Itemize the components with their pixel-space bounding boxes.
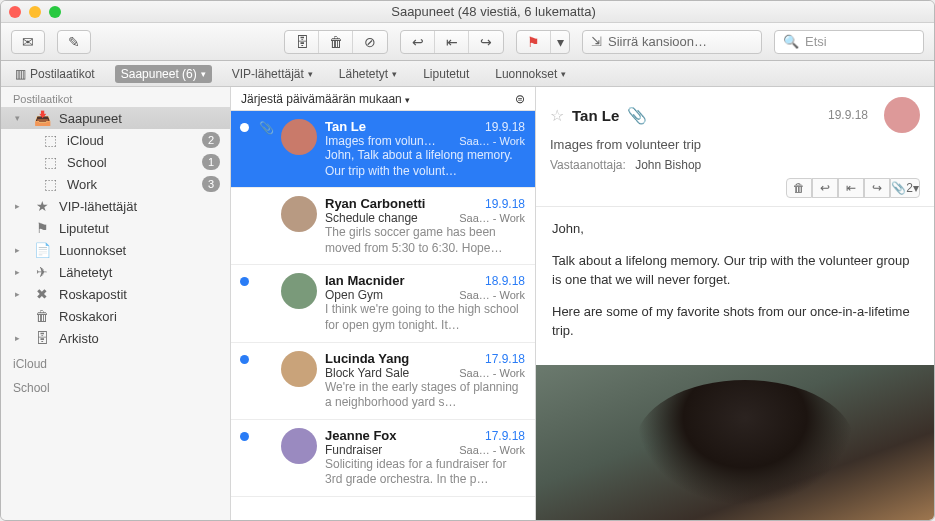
attachment-icon: 📎: [627, 106, 647, 125]
message-subject: Block Yard Sale: [325, 366, 409, 380]
body-paragraph: Here are some of my favorite shots from …: [552, 302, 918, 341]
reader-forward-button[interactable]: ↪: [864, 178, 890, 198]
message-list: Järjestä päivämäärän mukaan ▾ ⊜ 📎Tan Le1…: [231, 87, 536, 521]
fav-flagged[interactable]: Liputetut: [417, 65, 475, 83]
flag-group[interactable]: ⚑ ▾: [516, 30, 570, 54]
sidebar-item-flagged[interactable]: ⚑ Liputetut: [1, 217, 230, 239]
search-input[interactable]: 🔍 Etsi: [774, 30, 924, 54]
sidebar-item-drafts[interactable]: ▸ 📄 Luonnokset: [1, 239, 230, 261]
sort-bar[interactable]: Järjestä päivämäärän mukaan ▾ ⊜: [231, 87, 535, 111]
reader-reply-button[interactable]: ↩: [812, 178, 838, 198]
sidebar-account-school[interactable]: School: [1, 373, 230, 397]
chevron-down-icon: ▾: [308, 69, 313, 79]
reply-all-button[interactable]: ⇤: [435, 31, 469, 53]
minimize-window-button[interactable]: [29, 6, 41, 18]
attachment-icon: [259, 351, 273, 411]
move-to-button[interactable]: ⇲ Siirrä kansioon…: [582, 30, 762, 54]
sidebar-item-school[interactable]: ⬚ School 1: [1, 151, 230, 173]
avatar: [281, 196, 317, 232]
zoom-window-button[interactable]: [49, 6, 61, 18]
forward-button[interactable]: ↪: [469, 31, 503, 53]
archive-button[interactable]: 🗄: [285, 31, 319, 53]
vip-star-icon[interactable]: ☆: [550, 106, 564, 125]
favorites-bar: ▥ Postilaatikot Saapuneet (6) ▾ VIP-lähe…: [1, 61, 934, 87]
junk-icon: ✖: [33, 286, 51, 302]
titlebar: Saapuneet (48 viestiä, 6 lukematta): [1, 1, 934, 23]
unread-badge: 1: [202, 154, 220, 170]
tray-icon: ⬚: [41, 132, 59, 148]
sidebar-item-trash[interactable]: 🗑 Roskakori: [1, 305, 230, 327]
sidebar-item-icloud[interactable]: ⬚ iCloud 2: [1, 129, 230, 151]
disclosure-triangle-icon[interactable]: ▸: [15, 245, 25, 255]
fav-drafts[interactable]: Luonnokset▾: [489, 65, 572, 83]
sidebar-item-label: VIP-lähettäjät: [59, 199, 137, 214]
flag-icon: ⚑: [517, 31, 551, 53]
disclosure-triangle-icon[interactable]: ▾: [15, 113, 25, 123]
delete-button[interactable]: 🗑: [319, 31, 353, 53]
reply-button[interactable]: ↩: [401, 31, 435, 53]
close-window-button[interactable]: [9, 6, 21, 18]
message-mailbox: Saa… - Work: [459, 289, 525, 301]
disclosure-triangle-icon[interactable]: ▸: [15, 267, 25, 277]
unread-indicator: [237, 351, 251, 411]
unread-indicator: [237, 273, 251, 333]
tray-icon: ⬚: [41, 154, 59, 170]
fav-inbox[interactable]: Saapuneet (6) ▾: [115, 65, 212, 83]
reader-date: 19.9.18: [828, 108, 868, 122]
disclosure-triangle-icon[interactable]: ▸: [15, 289, 25, 299]
message-date: 17.9.18: [485, 352, 525, 366]
main: Postilaatikot ▾ 📥 Saapuneet ⬚ iCloud 2 ⬚…: [1, 87, 934, 521]
search-icon: 🔍: [783, 34, 799, 49]
message-date: 19.9.18: [485, 197, 525, 211]
sidebar-item-sent[interactable]: ▸ ✈ Lähetetyt: [1, 261, 230, 283]
flag-menu-chevron[interactable]: ▾: [551, 31, 569, 53]
message-date: 18.9.18: [485, 274, 525, 288]
reader-attachment-image[interactable]: [536, 365, 934, 522]
mailboxes-label: Postilaatikot: [30, 67, 95, 81]
mailboxes-toggle[interactable]: ▥ Postilaatikot: [9, 65, 101, 83]
reader-attachments-button[interactable]: 📎 2 ▾: [890, 178, 920, 198]
message-row[interactable]: Lucinda Yang17.9.18Block Yard SaleSaa… -…: [231, 343, 535, 420]
disclosure-triangle-icon[interactable]: ▸: [15, 201, 25, 211]
fav-sent[interactable]: Lähetetyt▾: [333, 65, 403, 83]
message-mailbox: Saa… - Work: [459, 367, 525, 379]
junk-button[interactable]: ⊘: [353, 31, 387, 53]
attachment-icon: [259, 196, 273, 256]
toolbar: ✉︎ ✎ 🗄 🗑 ⊘ ↩ ⇤ ↪ ⚑ ▾ ⇲ Siirrä kansioon… …: [1, 23, 934, 61]
reader-sender: Tan Le: [572, 107, 619, 124]
disclosure-triangle-icon[interactable]: ▸: [15, 333, 25, 343]
sort-label: Järjestä päivämäärän mukaan: [241, 92, 402, 106]
avatar: [281, 273, 317, 309]
chevron-down-icon: ▾: [405, 95, 410, 105]
inbox-icon: 📥: [33, 110, 51, 126]
reader-body: John, Talk about a lifelong memory. Our …: [536, 207, 934, 365]
sidebar-item-label: Work: [67, 177, 97, 192]
reader-reply-all-button[interactable]: ⇤: [838, 178, 864, 198]
reader-recipient: Vastaanottaja: John Bishop: [550, 158, 920, 172]
sidebar-item-junk[interactable]: ▸ ✖ Roskapostit: [1, 283, 230, 305]
recipient-label: Vastaanottaja:: [550, 158, 626, 172]
message-mailbox: Saa… - Work: [459, 135, 525, 147]
message-row[interactable]: 📎Tan Le19.9.18Images from volun…Saa… - W…: [231, 111, 535, 188]
reader-delete-button[interactable]: 🗑: [786, 178, 812, 198]
sidebar-item-label: Arkisto: [59, 331, 99, 346]
message-mailbox: Saa… - Work: [459, 212, 525, 224]
attachment-icon: 📎: [259, 119, 273, 179]
sidebar-item-vip[interactable]: ▸ ★ VIP-lähettäjät: [1, 195, 230, 217]
compose-button[interactable]: ✎: [57, 30, 91, 54]
sidebar-item-label: Saapuneet: [59, 111, 122, 126]
message-row[interactable]: Jeanne Fox17.9.18FundraiserSaa… - WorkSo…: [231, 420, 535, 497]
message-preview: I think we're going to the high school f…: [325, 302, 525, 333]
fav-vip[interactable]: VIP-lähettäjät▾: [226, 65, 319, 83]
filter-icon[interactable]: ⊜: [515, 92, 525, 106]
sidebar-account-icloud[interactable]: iCloud: [1, 349, 230, 373]
move-icon: ⇲: [591, 34, 602, 49]
message-sender: Ian Macnider: [325, 273, 404, 288]
sidebar-item-archive[interactable]: ▸ 🗄 Arkisto: [1, 327, 230, 349]
message-row[interactable]: Ian Macnider18.9.18Open GymSaa… - WorkI …: [231, 265, 535, 342]
message-row[interactable]: Ryan Carbonetti19.9.18Schedule changeSaa…: [231, 188, 535, 265]
move-to-label: Siirrä kansioon…: [608, 34, 707, 49]
sidebar-item-work[interactable]: ⬚ Work 3: [1, 173, 230, 195]
get-mail-button[interactable]: ✉︎: [11, 30, 45, 54]
sidebar-item-inbox[interactable]: ▾ 📥 Saapuneet: [1, 107, 230, 129]
